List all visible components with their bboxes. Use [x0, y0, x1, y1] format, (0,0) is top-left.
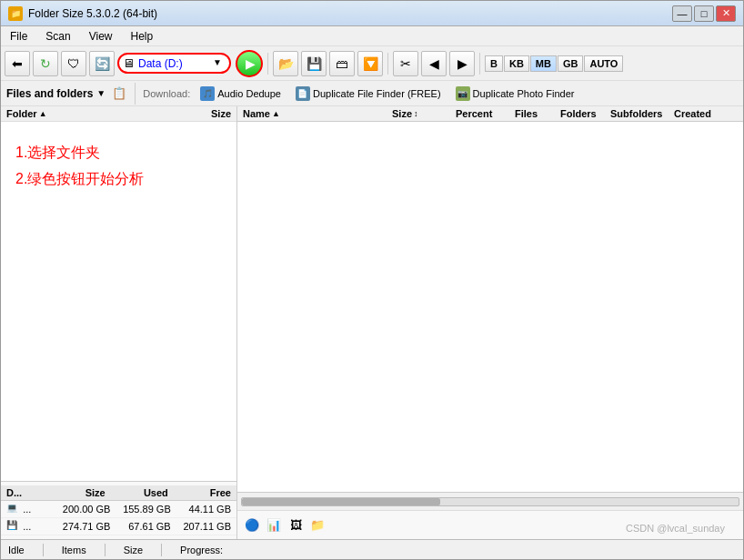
title-bar: 📁 Folder Size 5.3.0.2 (64-bit) — □ ✕	[1, 1, 743, 26]
drive-1-size: 274.71 GB	[50, 521, 110, 532]
drive-selector[interactable]: 🖥 ▼	[117, 53, 231, 74]
main-area: Folder ▲ Size 1.选择文件夹 2.绿色按钮开始分析 D... Si…	[1, 106, 743, 539]
size-gb-btn[interactable]: GB	[558, 55, 584, 72]
drive-row-1: 💾 ... 274.71 GB 67.61 GB 207.11 GB	[1, 518, 236, 535]
col-size-header[interactable]: Size ↕	[392, 108, 456, 119]
right-panel: Name ▲ Size ↕ Percent Files Folders Subf	[237, 106, 743, 539]
size-auto-btn[interactable]: AUTO	[584, 55, 623, 72]
audio-dedupe-icon: 🎵	[200, 86, 215, 101]
col-name-sort: ▲	[272, 109, 280, 118]
scroll-area[interactable]	[237, 492, 743, 510]
toolbar: ⬅ ↻ 🛡 🔄 🖥 ▼ ▶ 📂 💾 🗃 🔽 ✂ ◀ ▶ B KB MB GB A…	[1, 46, 743, 81]
status-progress: Progress:	[180, 545, 223, 555]
col-created-header[interactable]: Created	[674, 108, 738, 119]
pie-chart-icon[interactable]: 🔵	[243, 516, 261, 535]
col-percent-header[interactable]: Percent	[456, 108, 515, 119]
instruction-line-1: 1.选择文件夹	[15, 140, 222, 166]
status-divider-3	[161, 544, 162, 556]
drive-0-icon: 💻	[6, 503, 20, 515]
start-scan-button[interactable]: ▶	[236, 50, 263, 77]
drive-0-size: 200.00 GB	[50, 504, 110, 515]
drive-0-free: 44.11 GB	[171, 504, 231, 515]
refresh-toolbar-btn[interactable]: ↻	[33, 51, 58, 76]
disk2-btn[interactable]: 🗃	[329, 51, 355, 76]
status-size: Size	[124, 545, 143, 555]
status-divider-2	[105, 544, 106, 556]
scrollbar-track[interactable]	[241, 497, 739, 506]
bookmark-bar: Files and folders ▼ 📋 Download: 🎵 Audio …	[1, 81, 743, 106]
duplicate-photo-finder-link[interactable]: 📷 Duplicate Photo Finder	[451, 85, 579, 102]
status-progress-label: Progress:	[180, 545, 223, 555]
menu-file[interactable]: File	[5, 28, 33, 45]
menu-help[interactable]: Help	[126, 28, 159, 45]
drive-1-icon: 💾	[6, 520, 20, 533]
status-divider-1	[43, 544, 44, 556]
menu-view[interactable]: View	[84, 28, 118, 45]
drive-input[interactable]	[138, 57, 211, 70]
minimize-button[interactable]: —	[672, 5, 692, 22]
folder-col-label: Folder	[6, 108, 37, 119]
bookmark-section: Files and folders ▼	[6, 87, 106, 100]
folder-list: 1.选择文件夹 2.绿色按钮开始分析	[1, 122, 236, 481]
drive-info-section: D... Size Used Free 💻 ... 200.00 GB 155.…	[1, 481, 236, 539]
size-kb-btn[interactable]: KB	[504, 55, 529, 72]
status-items: Items	[62, 545, 86, 555]
back-toolbar-btn[interactable]: ⬅	[5, 51, 30, 76]
drive-row-0: 💻 ... 200.00 GB 155.89 GB 44.11 GB	[1, 501, 236, 518]
audio-dedupe-label: Audio Dedupe	[217, 88, 281, 99]
dup-file-label: Duplicate File Finder (FREE)	[313, 88, 441, 99]
col-name-label: Name	[243, 108, 270, 119]
drive-header-used: Used	[106, 487, 168, 498]
size-mb-btn[interactable]: MB	[530, 55, 557, 72]
menu-scan[interactable]: Scan	[40, 28, 75, 45]
folder-header-row: Folder ▲ Size	[1, 106, 236, 122]
sync-toolbar-btn[interactable]: 🔄	[89, 51, 115, 76]
menu-bar: File Scan View Help	[1, 26, 743, 46]
folder-sort-arrow: ▲	[39, 109, 47, 118]
folder-open-btn[interactable]: 📂	[273, 51, 298, 76]
drive-selector-icon: 🖥	[123, 56, 135, 70]
files-folders-dropdown[interactable]: ▼	[96, 88, 106, 98]
nav-fwd-btn[interactable]: ▶	[449, 51, 475, 76]
right-content	[237, 122, 743, 492]
close-button[interactable]: ✕	[716, 5, 736, 22]
drive-info-header: D... Size Used Free	[1, 485, 236, 501]
col-subfolders-header[interactable]: Subfolders	[610, 108, 674, 119]
left-panel: Folder ▲ Size 1.选择文件夹 2.绿色按钮开始分析 D... Si…	[1, 106, 237, 539]
drive-0-label: ...	[23, 504, 50, 515]
col-created-label: Created	[674, 108, 711, 119]
folder-icon[interactable]: 📁	[308, 516, 327, 535]
status-size-label: Size	[124, 545, 143, 555]
title-controls: — □ ✕	[672, 5, 736, 22]
size-b-btn[interactable]: B	[485, 55, 503, 72]
col-name-header[interactable]: Name ▲	[243, 108, 392, 119]
col-folders-label: Folders	[560, 108, 597, 119]
duplicate-file-finder-link[interactable]: 📄 Duplicate File Finder (FREE)	[291, 85, 446, 102]
bar-chart-icon[interactable]: 📊	[265, 516, 283, 535]
scrollbar-thumb[interactable]	[242, 498, 440, 505]
shield-toolbar-btn[interactable]: 🛡	[61, 51, 86, 76]
col-folders-header[interactable]: Folders	[560, 108, 610, 119]
image-icon[interactable]: 🖼	[287, 516, 305, 535]
drive-0-used: 155.89 GB	[110, 504, 170, 515]
bookmark-icon[interactable]: 📋	[111, 85, 127, 102]
play-icon: ▶	[246, 56, 256, 71]
col-subfolders-label: Subfolders	[610, 108, 662, 119]
filter-btn[interactable]: 🔽	[357, 51, 383, 76]
right-header: Name ▲ Size ↕ Percent Files Folders Subf	[237, 106, 743, 122]
drive-1-free: 207.11 GB	[171, 521, 231, 532]
cut-btn[interactable]: ✂	[393, 51, 418, 76]
maximize-button[interactable]: □	[694, 5, 714, 22]
status-items-label: Items	[62, 545, 86, 555]
folder-col-header[interactable]: Folder ▲	[6, 108, 158, 119]
separator-1	[267, 53, 268, 75]
nav-back-btn[interactable]: ◀	[421, 51, 447, 76]
drive-dropdown-arrow[interactable]: ▼	[213, 57, 226, 70]
col-percent-label: Percent	[456, 108, 492, 119]
col-files-header[interactable]: Files	[515, 108, 560, 119]
audio-dedupe-link[interactable]: 🎵 Audio Dedupe	[196, 85, 286, 102]
disk-btn[interactable]: 💾	[301, 51, 327, 76]
status-text: Idle	[8, 545, 25, 555]
drive-header-size: Size	[43, 487, 106, 498]
size-buttons: B KB MB GB AUTO	[485, 55, 623, 72]
